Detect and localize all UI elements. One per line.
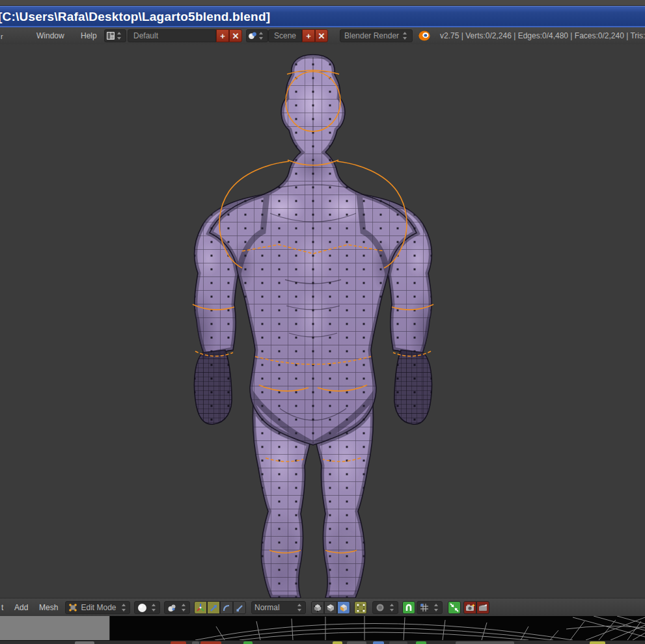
edge-select-icon [325, 602, 336, 613]
mode-dropdown[interactable]: Edit Mode [65, 601, 130, 614]
transform-orientation-dropdown[interactable]: Normal [251, 601, 306, 614]
vertex-select-icon [312, 602, 323, 613]
translate-manipulator-button[interactable] [207, 601, 220, 614]
menu-mesh[interactable]: Mesh [36, 598, 61, 617]
layout-delete-button[interactable]: ✕ [229, 29, 242, 42]
edit-mode-icon [68, 603, 77, 612]
menu-add[interactable]: Add [12, 598, 31, 617]
clapperboard-icon [478, 603, 488, 612]
viewport-shading-solid-icon [137, 603, 147, 613]
chevron-up-down-icon [258, 31, 264, 40]
viewport-shading-dropdown[interactable] [134, 601, 160, 614]
manipulator-axes-icon [196, 603, 205, 612]
pivot-point-dropdown[interactable] [164, 601, 190, 614]
snap-magnet-icon [404, 603, 413, 612]
automerge-arrows-icon [450, 603, 459, 612]
proportional-editing-icon [376, 603, 385, 612]
snap-increment-icon [420, 603, 429, 612]
chevron-up-down-icon [297, 603, 303, 612]
clipped-select-menu-fragment[interactable]: t [0, 598, 6, 617]
character-mesh[interactable] [0, 44, 645, 598]
pivot-point-icon [167, 603, 177, 613]
button-fragment [75, 641, 94, 644]
uv-editor-strip[interactable] [0, 616, 645, 640]
chevron-up-down-icon [181, 603, 187, 612]
opengl-render-still-button[interactable] [463, 601, 476, 614]
layout-add-button[interactable]: + [216, 29, 229, 42]
face-select-icon [338, 602, 349, 613]
scale-arrow-icon [236, 604, 244, 612]
bottom-window-sliver [0, 640, 645, 644]
button-fragment [456, 641, 514, 644]
chevron-up-down-icon [402, 31, 408, 40]
manipulator-toggle-button[interactable] [194, 601, 207, 614]
render-engine-value: Blender Render [344, 30, 399, 42]
snap-element-dropdown[interactable] [417, 601, 443, 614]
window-titlebar[interactable]: [C:\Users\Rafa\Desktop\Lagarto5blend.ble… [0, 6, 645, 27]
window-title: [C:\Users\Rafa\Desktop\Lagarto5blend.ble… [0, 10, 270, 24]
proportional-editing-dropdown[interactable] [372, 601, 398, 614]
chevron-up-down-icon [433, 603, 439, 612]
uv-editor-panel [0, 616, 110, 640]
button-fragment [171, 641, 186, 644]
orientation-value: Normal [254, 603, 280, 612]
chevron-up-down-icon [389, 603, 395, 612]
screen-layout-selector[interactable] [104, 29, 126, 42]
menu-window[interactable]: Window [33, 27, 68, 44]
button-fragment [590, 641, 605, 644]
screen-layout-icon [106, 31, 115, 40]
opengl-render-animation-button[interactable] [476, 601, 489, 614]
rotate-manipulator-button[interactable] [220, 601, 233, 614]
rotate-arc-icon [223, 604, 231, 612]
mode-value: Edit Mode [81, 603, 116, 612]
scene-name-field[interactable]: Scene [268, 29, 302, 42]
translate-arrow-icon [210, 604, 218, 612]
menu-help[interactable]: Help [77, 27, 101, 44]
window-top-edge [0, 0, 645, 6]
button-fragment [389, 641, 407, 644]
scene-selector[interactable] [246, 29, 268, 42]
clipped-menu-fragment: r [1, 33, 3, 40]
scene-delete-button[interactable]: ✕ [315, 29, 328, 42]
blender-window: [C:\Users\Rafa\Desktop\Lagarto5blend.ble… [0, 0, 645, 644]
blender-logo-icon [418, 30, 431, 42]
viewport-header: t Add Mesh Edit Mode [0, 598, 645, 617]
scene-add-button[interactable]: + [302, 29, 315, 42]
button-fragment [416, 641, 426, 644]
snap-toggle-button[interactable] [402, 601, 415, 614]
button-fragment [200, 641, 221, 644]
chevron-up-down-icon [151, 603, 157, 612]
chevron-up-down-icon [121, 603, 127, 612]
occlude-geometry-button[interactable] [354, 601, 367, 614]
scene-browser-icon [248, 31, 257, 40]
button-fragment [333, 641, 342, 644]
layout-name-field[interactable]: Default [128, 29, 216, 42]
vertex-select-button[interactable] [311, 601, 324, 614]
3d-viewport[interactable] [0, 44, 645, 598]
limit-selection-to-visible-icon [356, 603, 366, 613]
info-header: r Window Help Default + ✕ Scene + ✕ [0, 27, 645, 45]
button-fragment [192, 641, 199, 644]
render-engine-dropdown[interactable]: Blender Render [340, 29, 413, 42]
button-fragment [373, 641, 384, 644]
scale-manipulator-button[interactable] [233, 601, 246, 614]
chevron-up-down-icon [117, 31, 122, 40]
render-camera-icon [465, 603, 475, 612]
button-fragment [243, 641, 253, 644]
face-select-button[interactable] [337, 601, 350, 614]
edge-select-button[interactable] [324, 601, 337, 614]
scene-statistics: v2.75 | Verts:0/2,246 | Edges:0/4,480 | … [440, 27, 645, 44]
button-fragment [347, 641, 366, 644]
automerge-toggle-button[interactable] [448, 601, 461, 614]
